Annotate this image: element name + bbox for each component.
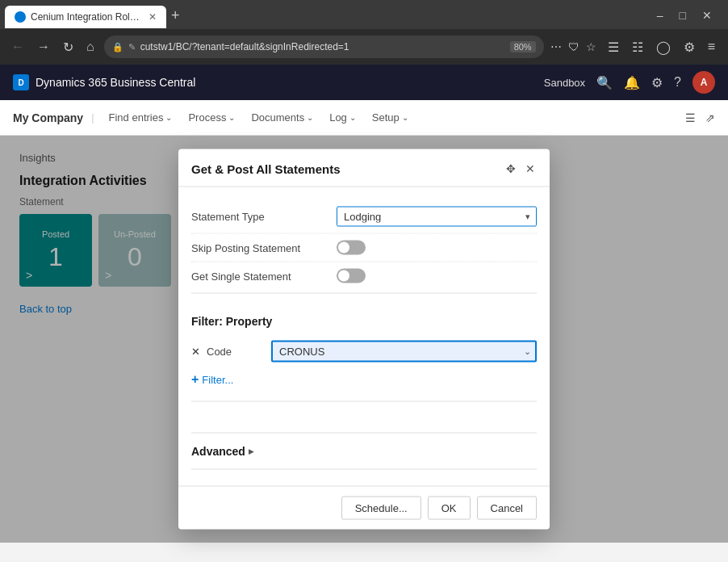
statement-type-label: Statement Type xyxy=(191,211,337,223)
skip-posting-label: Skip Posting Statement xyxy=(191,241,337,254)
nav-divider: | xyxy=(91,111,94,124)
edit-icon: ✎ xyxy=(128,42,136,52)
maximize-button[interactable]: □ xyxy=(672,7,694,23)
tab-title: Cenium Integration Role Cente xyxy=(31,11,140,23)
dynamics-logo: D xyxy=(13,74,29,90)
filter-code-input[interactable] xyxy=(271,341,537,363)
close-button[interactable]: ✕ xyxy=(694,7,720,23)
window-controls: – □ ✕ xyxy=(649,7,723,27)
nav-find-entries[interactable]: Find entries ⌄ xyxy=(103,108,179,127)
extensions-icon[interactable]: ⚙ xyxy=(679,38,700,57)
cancel-button[interactable]: Cancel xyxy=(477,497,537,520)
browser-chrome: Cenium Integration Role Cente ✕ + – □ ✕ … xyxy=(0,0,728,65)
back-button[interactable]: ← xyxy=(8,38,27,56)
get-single-row: Get Single Statement xyxy=(191,262,537,290)
statement-type-control: Lodging xyxy=(337,207,537,227)
filter-code-row: ✕ Code ⌄ xyxy=(191,336,537,367)
ok-button[interactable]: OK xyxy=(428,497,471,520)
menu-icon[interactable]: ≡ xyxy=(703,38,720,56)
find-entries-chevron: ⌄ xyxy=(165,113,172,122)
company-name: My Company xyxy=(13,111,83,124)
app-header-right: Sandbox 🔍 🔔 ⚙ ? A xyxy=(544,71,715,94)
avatar[interactable]: A xyxy=(692,71,715,94)
fullscreen-icon[interactable]: ⇗ xyxy=(705,111,715,124)
dialog-title: Get & Post All Statements xyxy=(191,161,504,175)
log-chevron: ⌄ xyxy=(349,113,356,122)
reading-list-icon[interactable]: ☰ xyxy=(603,38,624,57)
nav-more-icon[interactable]: ☰ xyxy=(685,111,696,124)
setup-chevron: ⌄ xyxy=(402,113,408,122)
nav-documents[interactable]: Documents ⌄ xyxy=(245,108,320,127)
dialog-header-icons: ✥ ✕ xyxy=(504,161,537,177)
nav-setup[interactable]: Setup ⌄ xyxy=(366,108,415,127)
skip-posting-control xyxy=(337,241,537,255)
section-divider-2 xyxy=(191,401,537,402)
app-header: D Dynamics 365 Business Central Sandbox … xyxy=(0,65,728,100)
profile-icon[interactable]: ◯ xyxy=(651,38,676,57)
section-divider-4 xyxy=(191,469,537,470)
refresh-button[interactable]: ↻ xyxy=(60,38,77,57)
nav-bar: My Company | Find entries ⌄ Process ⌄ Do… xyxy=(0,100,728,136)
filter-code-dropdown-button[interactable]: ⌄ xyxy=(517,341,537,363)
tab-grid-icon[interactable]: ☷ xyxy=(627,38,648,57)
filter-remove-icon[interactable]: ✕ xyxy=(191,346,200,358)
toolbar-icons: ☰ ☷ ◯ ⚙ ≡ xyxy=(603,38,720,57)
advanced-arrow-icon: ▸ xyxy=(249,446,253,457)
help-icon[interactable]: ? xyxy=(674,75,681,90)
page-wrapper: Insights Integration Activities Statemen… xyxy=(0,136,728,543)
filter-code-label: Code xyxy=(207,346,271,358)
skip-posting-row: Skip Posting Statement xyxy=(191,234,537,262)
settings-icon[interactable]: ⚙ xyxy=(651,75,663,90)
dialog-close-icon[interactable]: ✕ xyxy=(524,161,537,177)
documents-chevron: ⌄ xyxy=(307,113,313,122)
more-button[interactable]: ⋯ xyxy=(550,40,562,53)
dialog: Get & Post All Statements ✥ ✕ Statement … xyxy=(178,149,550,530)
dialog-expand-icon[interactable]: ✥ xyxy=(504,161,517,177)
nav-process[interactable]: Process ⌄ xyxy=(182,108,241,127)
app-title: Dynamics 365 Business Central xyxy=(36,76,195,89)
add-filter-label: Filter... xyxy=(202,373,233,385)
dialog-footer: Schedule... OK Cancel xyxy=(178,486,550,530)
address-text: cutstw1/BC/?tenant=default&signInRedirec… xyxy=(140,41,505,52)
tab-bar: Cenium Integration Role Cente ✕ + – □ ✕ xyxy=(0,0,728,29)
add-filter-icon: + xyxy=(191,372,199,387)
skip-posting-toggle[interactable] xyxy=(337,241,366,255)
statement-type-select[interactable]: Lodging xyxy=(337,207,537,227)
minimize-button[interactable]: – xyxy=(649,7,672,23)
get-single-control xyxy=(337,269,537,283)
filter-section-header: Filter: Property xyxy=(191,304,537,336)
address-input-wrap[interactable]: 🔒 ✎ cutstw1/BC/?tenant=default&signInRed… xyxy=(104,36,544,58)
address-icons: ⋯ 🛡 ☆ xyxy=(550,40,596,53)
zoom-badge: 80% xyxy=(510,41,536,52)
get-single-toggle[interactable] xyxy=(337,269,366,283)
schedule-button[interactable]: Schedule... xyxy=(341,497,421,520)
filter-section: Filter: Property ✕ Code ⌄ + Filter... xyxy=(191,297,537,398)
search-icon[interactable]: 🔍 xyxy=(596,75,613,90)
nav-log[interactable]: Log ⌄ xyxy=(323,108,362,127)
new-tab-button[interactable]: + xyxy=(171,8,180,26)
shield-icon: 🛡 xyxy=(568,40,579,53)
dialog-header: Get & Post All Statements ✥ ✕ xyxy=(178,149,550,187)
statement-type-row: Statement Type Lodging xyxy=(191,200,537,234)
address-bar: ← → ↻ ⌂ 🔒 ✎ cutstw1/BC/?tenant=default&s… xyxy=(0,29,728,65)
forward-button[interactable]: → xyxy=(34,38,53,56)
tab-close-button[interactable]: ✕ xyxy=(149,11,157,23)
app-logo: D Dynamics 365 Business Central xyxy=(13,74,195,90)
get-single-label: Get Single Statement xyxy=(191,270,337,282)
notification-icon[interactable]: 🔔 xyxy=(624,75,640,90)
home-button[interactable]: ⌂ xyxy=(83,38,98,56)
section-divider xyxy=(191,293,537,294)
process-chevron: ⌄ xyxy=(228,113,235,122)
advanced-label: Advanced xyxy=(191,445,245,458)
star-icon[interactable]: ☆ xyxy=(586,40,596,53)
advanced-row[interactable]: Advanced ▸ xyxy=(191,437,537,466)
add-filter-button[interactable]: + Filter... xyxy=(191,367,537,392)
lock-icon: 🔒 xyxy=(112,42,123,52)
spacer xyxy=(191,405,537,430)
active-tab[interactable]: Cenium Integration Role Cente ✕ xyxy=(5,6,166,28)
dialog-body: Statement Type Lodging Skip Posting Stat… xyxy=(178,187,550,486)
filter-code-input-wrap: ⌄ xyxy=(271,341,537,363)
section-divider-3 xyxy=(191,433,537,434)
tab-favicon xyxy=(15,11,26,23)
sandbox-badge: Sandbox xyxy=(544,77,585,89)
